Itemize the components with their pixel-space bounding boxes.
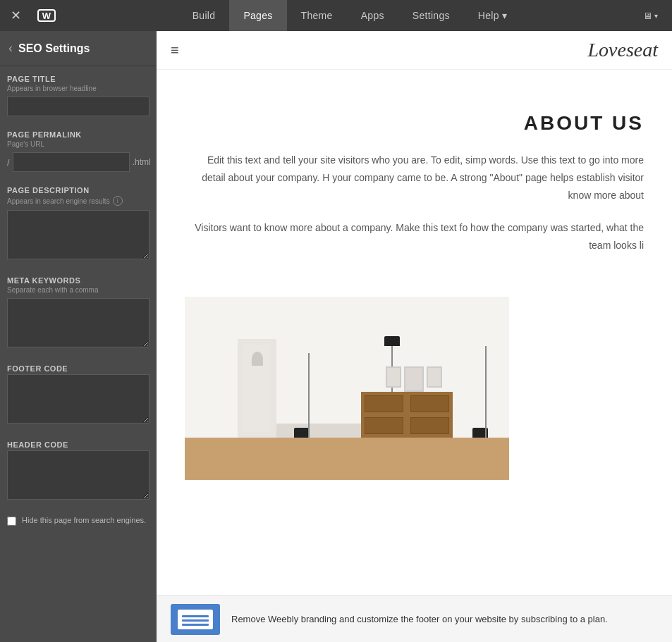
header-code-textarea[interactable] <box>7 450 149 500</box>
header-code-group: HEADER CODE <box>0 432 157 508</box>
brand-logo: Loveseat <box>587 39 658 61</box>
weebly-logo-icon: W <box>37 6 56 25</box>
nav-tab-apps[interactable]: Apps <box>347 0 398 31</box>
page-title-sublabel: Appears in browser headline <box>7 85 149 92</box>
main-area: ‹ SEO Settings PAGE TITLE Appears in bro… <box>0 31 672 642</box>
nav-tab-help[interactable]: Help ▾ <box>464 0 521 31</box>
footer-code-label: FOOTER CODE <box>7 364 149 373</box>
dresser <box>361 392 453 438</box>
monitor-icon: 🖥 <box>643 11 652 21</box>
page-permalink-sublabel: Page's URL <box>7 140 149 148</box>
banner-text: Remove Weebly branding and customize the… <box>231 612 608 626</box>
page-description-sublabel: Appears in search engine results i <box>7 196 149 206</box>
banner-icon-inner <box>178 610 213 629</box>
preview-navbar: ≡ Loveseat <box>157 31 672 70</box>
nav-tab-theme[interactable]: Theme <box>287 0 347 31</box>
hide-from-search-label: Hide this page from search engines. <box>22 515 146 526</box>
about-image-section <box>157 297 672 508</box>
page-title-label: PAGE TITLE <box>7 75 149 83</box>
banner-icon <box>171 604 220 635</box>
page-title-group: PAGE TITLE Appears in browser headline <box>0 66 157 122</box>
permalink-extension: .html <box>133 157 151 167</box>
description-info-icon[interactable]: i <box>113 196 123 206</box>
about-section: ABOUT US Edit this text and tell your si… <box>157 70 672 297</box>
back-button[interactable]: ‹ <box>8 41 13 56</box>
nav-tabs: Build Pages Theme Apps Settings Help ▾ <box>62 0 637 31</box>
scene-floor <box>185 438 509 480</box>
banner-line-1 <box>182 615 209 617</box>
permalink-row: / .html <box>7 152 149 172</box>
meta-keywords-sublabel: Separate each with a comma <box>7 286 149 294</box>
footer-code-textarea[interactable] <box>7 374 149 424</box>
weebly-logo[interactable]: W <box>31 0 62 31</box>
permalink-slash: / <box>7 157 10 168</box>
svg-text:W: W <box>42 11 51 21</box>
nav-tab-pages[interactable]: Pages <box>229 0 286 31</box>
nav-tab-build[interactable]: Build <box>178 0 230 31</box>
seo-sidebar: ‹ SEO Settings PAGE TITLE Appears in bro… <box>0 31 157 642</box>
about-text-2: Visitors want to know more about a compa… <box>185 219 644 254</box>
nav-right: 🖥 ▾ <box>637 0 672 31</box>
hide-from-search-checkbox[interactable] <box>7 517 16 526</box>
top-nav: ✕ W Build Pages Theme Apps Settings Help… <box>0 0 672 31</box>
footer-banner: Remove Weebly branding and customize the… <box>157 595 672 642</box>
device-chevron-icon: ▾ <box>654 12 658 20</box>
hamburger-menu-icon[interactable]: ≡ <box>171 42 179 58</box>
page-description-textarea[interactable] <box>7 210 149 259</box>
preview-content: ABOUT US Edit this text and tell your si… <box>157 70 672 595</box>
page-description-group: PAGE DESCRIPTION Appears in search engin… <box>0 178 157 268</box>
preview-area: ≡ Loveseat ABOUT US Edit this text and t… <box>157 31 672 642</box>
hide-from-search-row: Hide this page from search engines. <box>0 508 157 533</box>
header-code-label: HEADER CODE <box>7 440 149 449</box>
meta-keywords-label: META KEYWORDS <box>7 276 149 285</box>
about-text-1: Edit this text and tell your site visito… <box>185 152 644 205</box>
furniture-image <box>185 297 509 480</box>
page-permalink-label: PAGE PERMALINK <box>7 130 149 139</box>
scene-wall <box>185 297 509 438</box>
sidebar-header: ‹ SEO Settings <box>0 31 157 66</box>
deer-skull <box>252 352 263 366</box>
banner-line-2 <box>182 619 209 622</box>
bench <box>276 424 361 438</box>
page-permalink-input[interactable] <box>13 152 130 172</box>
mirror <box>238 339 276 438</box>
banner-line-3 <box>182 624 209 626</box>
page-title-input[interactable] <box>7 97 149 116</box>
sidebar-title: SEO Settings <box>18 42 90 55</box>
photo-frames <box>386 366 442 392</box>
page-permalink-group: PAGE PERMALINK Page's URL / .html <box>0 122 157 178</box>
about-title: ABOUT US <box>185 112 644 135</box>
footer-code-group: FOOTER CODE <box>0 356 157 432</box>
close-button[interactable]: ✕ <box>0 0 31 31</box>
meta-keywords-group: META KEYWORDS Separate each with a comma <box>0 268 157 356</box>
nav-tab-settings[interactable]: Settings <box>398 0 464 31</box>
device-selector-button[interactable]: 🖥 ▾ <box>637 0 664 31</box>
close-icon: ✕ <box>11 8 21 23</box>
page-description-label: PAGE DESCRIPTION <box>7 186 149 195</box>
meta-keywords-textarea[interactable] <box>7 298 149 347</box>
